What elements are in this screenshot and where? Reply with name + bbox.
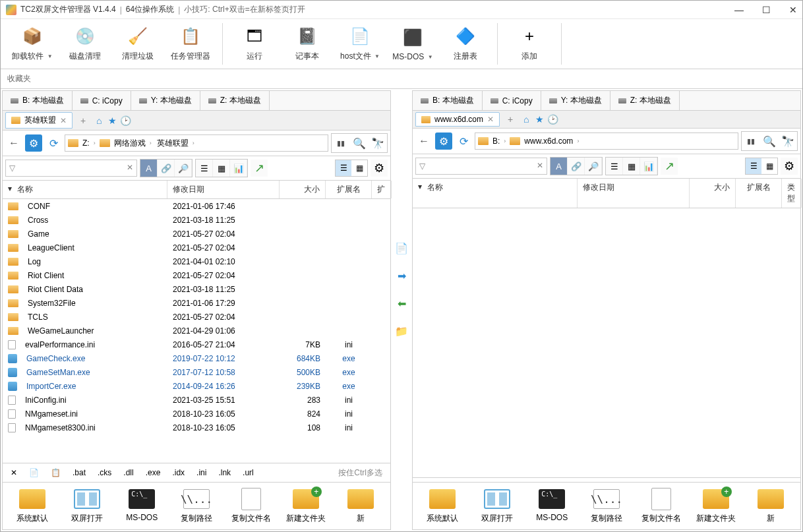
view-column-icon[interactable]: ▦: [761, 158, 777, 174]
file-row[interactable]: NMgameset8300.ini2018-10-23 16:05108ini: [3, 421, 390, 434]
ext-filter[interactable]: .ini: [191, 465, 212, 480]
copy-left-icon[interactable]: 📁: [394, 324, 409, 338]
breadcrumb-segment[interactable]: B: ›: [491, 136, 507, 146]
sync-button[interactable]: ⚙: [435, 133, 452, 150]
toolbar-磁盘清理[interactable]: 💿磁盘清理: [59, 23, 111, 65]
breadcrumb-segment[interactable]: 网络游戏 ›: [113, 138, 153, 149]
breadcrumb-segment[interactable]: 英雄联盟 ›: [156, 138, 196, 149]
bottom-dos[interactable]: C:\_MS-DOS: [525, 487, 580, 525]
file-row[interactable]: Log2021-04-01 02:10: [3, 254, 390, 268]
tab-home-icon[interactable]: ⌂: [521, 114, 531, 125]
refresh-button[interactable]: ⟳: [455, 133, 472, 150]
settings-icon[interactable]: ⚙: [371, 160, 388, 177]
tab-home-icon[interactable]: ⌂: [94, 115, 104, 126]
bottom-folder[interactable]: 系统默认: [415, 487, 470, 525]
binoculars-icon[interactable]: 🔭: [779, 133, 796, 150]
bottom-more[interactable]: 新: [743, 487, 798, 525]
file-row[interactable]: NMgameset.ini2018-10-23 16:05824ini: [3, 407, 390, 421]
bottom-folder-new[interactable]: 新建文件夹: [688, 487, 743, 525]
file-row[interactable]: LeagueClient2021-05-27 02:04: [3, 241, 390, 254]
move-left-icon[interactable]: ⬅: [394, 296, 409, 310]
file-row[interactable]: Game2021-05-27 02:04: [3, 227, 390, 241]
file-row[interactable]: GameCheck.exe2019-07-22 10:12684KBexe: [3, 351, 390, 365]
tab-left-active[interactable]: 英雄联盟 ✕: [5, 112, 73, 129]
breadcrumb-left[interactable]: Z: ›网络游戏 ›英雄联盟 ›: [65, 134, 328, 152]
select-all-icon[interactable]: ▾: [418, 182, 422, 204]
barcode-icon[interactable]: ▮▮: [742, 133, 759, 150]
tab-add-button[interactable]: +: [75, 114, 91, 127]
breadcrumb-segment[interactable]: www.x6d.com ›: [523, 136, 580, 146]
refresh-button[interactable]: ⟳: [45, 134, 62, 152]
drive-item[interactable]: Z: 本地磁盘: [200, 91, 270, 110]
clear-filter-icon[interactable]: ✕: [127, 163, 133, 172]
tab-close-icon[interactable]: ✕: [487, 115, 494, 124]
drive-item[interactable]: B: 本地磁盘: [413, 91, 483, 110]
toolbar-任务管理器[interactable]: 📋任务管理器: [164, 23, 217, 65]
breadcrumb-segment[interactable]: Z: ›: [81, 138, 97, 148]
ext-filter[interactable]: 📄: [24, 465, 44, 480]
barcode-icon[interactable]: ▮▮: [332, 134, 349, 152]
bottom-copy[interactable]: \\...复制路径: [580, 487, 634, 525]
toolbar-添加[interactable]: +添加: [503, 23, 556, 65]
toolbar-运行[interactable]: 🗔运行: [228, 23, 281, 65]
toolbar-host文件[interactable]: 📄host文件 ▼: [334, 23, 386, 65]
favorites-bar[interactable]: 收藏夹: [1, 69, 802, 89]
drive-item[interactable]: C: iCopy: [483, 91, 541, 110]
view-list-icon[interactable]: ☰: [336, 160, 351, 176]
ext-filter[interactable]: 📋: [45, 465, 66, 480]
file-list-left[interactable]: CONF2021-01-06 17:46Cross2021-03-18 11:2…: [3, 199, 390, 463]
filter-input[interactable]: [5, 160, 137, 177]
export-icon[interactable]: ↗: [661, 158, 678, 175]
binoculars-icon[interactable]: 🔭: [369, 134, 386, 152]
file-row[interactable]: CONF2021-01-06 17:46: [3, 199, 390, 213]
toolbar-注册表[interactable]: 🔷注册表: [439, 23, 492, 65]
sync-button[interactable]: ⚙: [25, 134, 42, 152]
tab-history-icon[interactable]: 🕑: [120, 115, 131, 126]
bottom-dual[interactable]: 双屏打开: [470, 487, 525, 525]
bottom-more[interactable]: 新: [333, 487, 388, 525]
select-all-icon[interactable]: ▾: [8, 184, 12, 195]
export-icon[interactable]: ↗: [251, 160, 268, 177]
toolbar-MS-DOS[interactable]: ⬛MS-DOS ▼: [386, 23, 439, 65]
drive-item[interactable]: Y: 本地磁盘: [541, 91, 610, 110]
font-button[interactable]: A: [550, 158, 568, 175]
copy-right-icon[interactable]: 📄: [394, 241, 409, 255]
details-view-icon[interactable]: 📊: [230, 160, 247, 177]
zoom-icon[interactable]: 🔎: [585, 158, 602, 175]
tab-history-icon[interactable]: 🕑: [547, 114, 558, 125]
file-row[interactable]: System32File2021-01-06 17:29: [3, 296, 390, 310]
bottom-folder-new[interactable]: 新建文件夹: [278, 487, 333, 525]
file-list-right[interactable]: [413, 208, 800, 477]
back-button[interactable]: ←: [415, 133, 432, 150]
drive-item[interactable]: Z: 本地磁盘: [610, 91, 680, 110]
bottom-copy[interactable]: \\...复制路径: [169, 487, 224, 525]
clear-filter-icon[interactable]: ✕: [537, 161, 543, 170]
ext-filter[interactable]: .dll: [118, 465, 138, 480]
list-view-icon[interactable]: ☰: [606, 158, 623, 175]
tab-close-icon[interactable]: ✕: [60, 116, 67, 125]
font-button[interactable]: A: [140, 160, 158, 177]
file-row[interactable]: ImportCer.exe2014-09-24 16:26239KBexe: [3, 379, 390, 393]
link-icon[interactable]: 🔗: [568, 158, 585, 175]
drive-item[interactable]: C: iCopy: [73, 91, 131, 110]
file-row[interactable]: evalPerformance.ini2016-05-27 21:047KBin…: [3, 338, 390, 351]
ext-filter[interactable]: .lnk: [213, 465, 236, 480]
list-view-icon[interactable]: ☰: [196, 160, 213, 177]
back-button[interactable]: ←: [5, 134, 22, 152]
minimize-button[interactable]: —: [734, 5, 744, 15]
settings-icon[interactable]: ⚙: [781, 158, 798, 175]
tab-favorites-icon[interactable]: ★: [534, 114, 545, 125]
bottom-dos[interactable]: C:\_MS-DOS: [115, 487, 169, 525]
tab-right-active[interactable]: www.x6d.com ✕: [415, 112, 500, 127]
tab-favorites-icon[interactable]: ★: [107, 115, 117, 126]
bottom-dual[interactable]: 双屏打开: [60, 487, 115, 525]
filter-input[interactable]: [415, 158, 547, 175]
view-list-icon[interactable]: ☰: [746, 158, 761, 174]
search-button[interactable]: 🔍: [761, 133, 778, 150]
drive-item[interactable]: B: 本地磁盘: [3, 91, 73, 110]
grid-view-icon[interactable]: ▦: [623, 158, 640, 175]
view-column-icon[interactable]: ▦: [351, 160, 367, 176]
details-view-icon[interactable]: 📊: [640, 158, 657, 175]
file-row[interactable]: WeGameLauncher2021-04-29 01:06: [3, 324, 390, 338]
bottom-doc[interactable]: 复制文件名: [223, 487, 278, 525]
